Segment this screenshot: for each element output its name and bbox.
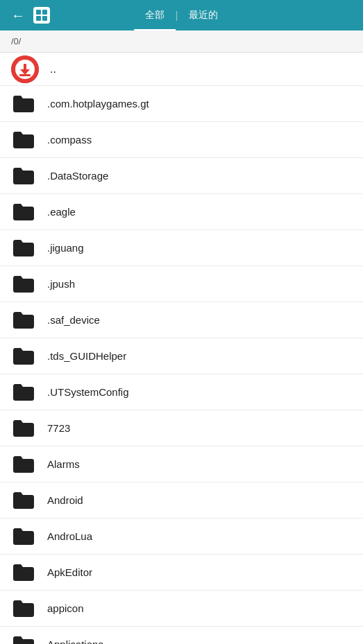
file-name: Android xyxy=(47,494,83,506)
top-bar-left: ← xyxy=(11,7,50,24)
folder-icon xyxy=(11,92,36,116)
list-item[interactable]: .eagle xyxy=(0,194,363,230)
file-name: .compass xyxy=(47,134,92,146)
path-bar: /0/ xyxy=(0,31,363,53)
file-name: Alarms xyxy=(47,458,80,470)
list-item[interactable]: Alarms xyxy=(0,446,363,482)
tab-recent[interactable]: 最近的 xyxy=(178,0,229,31)
list-item[interactable]: .jiguang xyxy=(0,230,363,266)
app-logo xyxy=(11,55,39,83)
folder-icon xyxy=(11,488,36,513)
list-item[interactable]: appicon xyxy=(0,591,363,627)
folder-icon xyxy=(11,164,36,189)
folder-icon xyxy=(11,128,36,153)
file-name: .UTSystemConfig xyxy=(47,386,129,398)
file-name: AndroLua xyxy=(47,530,92,542)
file-name: appicon xyxy=(47,602,84,614)
folder-icon xyxy=(11,632,36,645)
file-name: .jpush xyxy=(47,278,75,290)
folder-icon xyxy=(11,560,36,585)
app-logo-icon xyxy=(33,7,50,24)
svg-rect-6 xyxy=(24,64,26,70)
tab-all[interactable]: 全部 xyxy=(134,0,176,31)
svg-rect-8 xyxy=(19,74,31,76)
list-item[interactable]: .com.hotplaygames.gt xyxy=(0,86,363,122)
list-item[interactable]: .saf_device xyxy=(0,302,363,338)
folder-icon xyxy=(11,452,36,477)
file-name: .jiguang xyxy=(47,242,84,254)
folder-icon xyxy=(11,272,36,297)
svg-rect-1 xyxy=(42,10,47,15)
list-item[interactable]: .tds_GUIDHelper xyxy=(0,338,363,374)
file-name: .saf_device xyxy=(47,314,100,326)
tabs-container: 全部 | 最近的 xyxy=(134,0,230,31)
list-item[interactable]: .. xyxy=(0,53,363,86)
current-path: /0/ xyxy=(11,36,21,46)
list-item[interactable]: .UTSystemConfig xyxy=(0,374,363,410)
file-name: .. xyxy=(50,63,56,76)
list-item[interactable]: 7723 xyxy=(0,410,363,446)
folder-icon xyxy=(11,524,36,549)
file-name: ApkEditor xyxy=(47,566,92,578)
svg-rect-2 xyxy=(36,16,41,21)
list-item[interactable]: .compass xyxy=(0,122,363,158)
svg-rect-3 xyxy=(42,16,47,21)
folder-icon xyxy=(11,344,36,369)
folder-icon xyxy=(11,380,36,405)
folder-icon xyxy=(11,308,36,333)
top-bar: ← 全部 | 最近的 xyxy=(0,0,363,31)
folder-icon xyxy=(11,236,36,261)
file-name: Applications xyxy=(47,638,103,644)
list-item[interactable]: Applications xyxy=(0,627,363,644)
file-name: .eagle xyxy=(47,206,76,218)
folder-icon xyxy=(11,200,36,225)
file-list: .. .com.hotplaygames.gt .compass xyxy=(0,53,363,644)
list-item[interactable]: AndroLua xyxy=(0,519,363,555)
file-name: .com.hotplaygames.gt xyxy=(47,98,149,110)
folder-icon xyxy=(11,596,36,621)
svg-rect-0 xyxy=(36,10,41,15)
file-name: 7723 xyxy=(47,422,70,434)
list-item[interactable]: .DataStorage xyxy=(0,158,363,194)
back-icon[interactable]: ← xyxy=(11,8,25,24)
file-name: .tds_GUIDHelper xyxy=(47,350,126,362)
list-item[interactable]: Android xyxy=(0,482,363,519)
list-item[interactable]: .jpush xyxy=(0,266,363,302)
list-item[interactable]: ApkEditor xyxy=(0,555,363,591)
folder-icon xyxy=(11,416,36,441)
file-name: .DataStorage xyxy=(47,170,108,182)
